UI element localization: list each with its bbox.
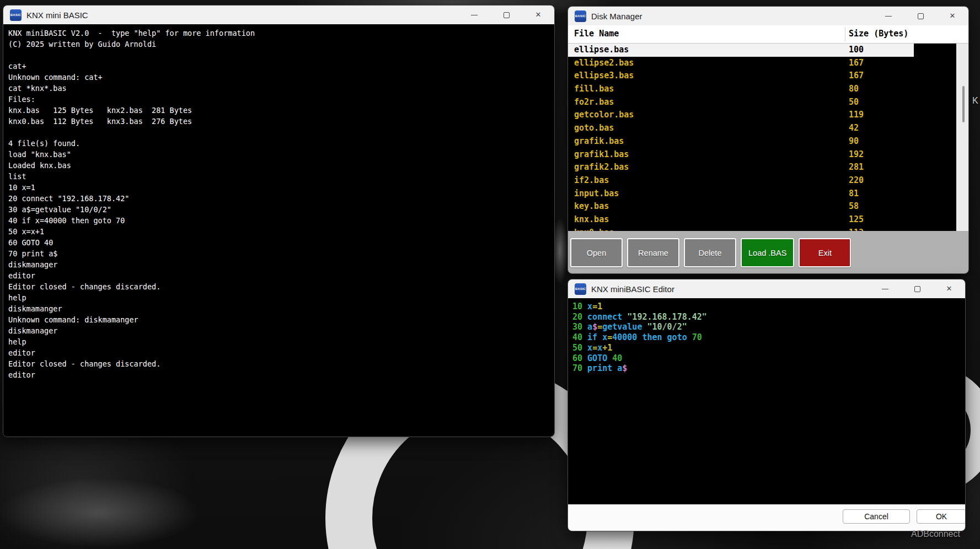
file-row[interactable]: knx0.bas112 [568,227,968,231]
terminal-line: help [8,336,549,347]
ok-button[interactable]: OK [917,509,966,524]
file-row[interactable]: fo2r.bas50 [568,96,968,109]
terminal-line: editor [8,347,549,358]
terminal-titlebar[interactable]: BASIC KNX mini BASIC ✕ [3,6,554,24]
basic-app-icon: BASIC [10,9,22,21]
cancel-button[interactable]: Cancel [843,509,910,524]
exit-button[interactable]: Exit [799,238,851,267]
terminal-line: editor [8,270,549,281]
code-line: 40 if x=40000 then goto 70 [572,332,961,343]
file-size: 167 [849,58,864,68]
minimize-button[interactable] [885,12,892,20]
file-row[interactable]: ellipse3.bas167 [568,69,968,83]
file-size: 90 [849,136,859,146]
terminal-line: Editor closed - changes discarded. [8,281,549,292]
file-row[interactable]: if2.bas220 [568,174,968,187]
terminal-line: 30 a$=getvalue "10/0/2" [8,204,549,215]
file-row[interactable]: fill.bas80 [568,83,968,96]
basic-app-icon: BASIC [575,283,586,295]
file-table-header: File Name Size (Bytes) [568,25,968,44]
column-header-file-name[interactable]: File Name [574,29,619,39]
minimize-button[interactable] [470,11,478,19]
file-row[interactable]: grafik.bas90 [568,135,968,148]
file-name: getcolor.bas [574,110,634,120]
scrollbar[interactable] [956,44,969,231]
file-size: 167 [849,71,864,80]
terminal-line: 70 print a$ [8,248,549,259]
file-name: fill.bas [574,84,614,94]
file-row[interactable]: input.bas81 [568,187,968,201]
terminal-line: help [8,292,549,303]
terminal-window-title: KNX mini BASIC [26,10,88,20]
file-row[interactable]: grafik1.bas192 [568,148,968,162]
delete-button[interactable]: Delete [684,238,736,267]
terminal-line: diskmanager [8,325,549,336]
file-name: ellipse.bas [574,45,629,55]
file-row[interactable]: ellipse2.bas167 [568,57,968,70]
code-lines[interactable]: 10 x=120 connect "192.168.178.42"30 a$=g… [568,298,965,504]
code-line: 30 a$=getvalue "10/0/2" [572,322,961,332]
file-row[interactable]: goto.bas42 [568,122,968,135]
file-size: 192 [849,149,864,159]
terminal-line: editor [8,369,549,380]
terminal-line: Editor closed - changes discarded. [8,358,549,369]
close-button[interactable]: ✕ [949,12,956,20]
terminal-line: Unknown command: diskmamanger [8,314,549,325]
terminal-line: knx.bas 125 Bytes knx2.bas 281 Bytes [8,105,549,116]
maximize-button[interactable] [917,12,924,20]
file-size: 81 [849,189,859,198]
editor-footer: Cancel OK [568,504,965,531]
file-size: 58 [849,201,859,211]
editor-window-title: KNX miniBASIC Editor [591,284,674,294]
close-button[interactable]: ✕ [534,11,542,19]
code-line: 70 print a$ [572,363,961,374]
file-size: 119 [849,110,864,120]
dm-buttons: OpenRenameDeleteLoad .BASExit [568,231,968,274]
terminal-line: 20 connect "192.168.178.42" [8,193,549,204]
terminal-line: 50 x=x+1 [8,226,549,237]
basic-app-icon: BASIC [575,10,586,22]
desktop-background: K ADBconnect BASIC KNX mini BASIC ✕ KNX … [0,0,980,549]
desktop-icon-label-adbconnect[interactable]: ADBconnect [911,529,960,539]
disk-manager-titlebar[interactable]: BASIC Disk Manager ✕ [568,7,968,25]
file-name: grafik2.bas [574,162,629,172]
terminal-line: (C) 2025 written by Guido Arnoldi [8,39,549,50]
file-name: key.bas [574,201,609,211]
code-line: 60 GOTO 40 [572,353,961,364]
scrollbar-thumb[interactable] [962,86,965,122]
file-list[interactable]: ellipse.bas100ellipse2.bas167ellipse3.ba… [568,44,968,231]
rename-button[interactable]: Rename [627,238,679,267]
terminal-line: 4 file(s) found. [8,138,549,149]
terminal-line [8,50,549,61]
file-row[interactable]: ellipse.bas100 [568,44,914,57]
terminal-line: cat *knx*.bas [8,83,549,94]
terminal-line: diskmanager [8,259,549,270]
terminal-output[interactable]: KNX miniBASIC V2.0 - type "help" for mor… [3,24,554,437]
maximize-button[interactable] [913,285,921,293]
file-name: ellipse3.bas [574,71,634,80]
code-line: 20 connect "192.168.178.42" [572,312,961,322]
file-row[interactable]: key.bas58 [568,200,968,213]
file-name: goto.bas [574,123,614,133]
file-name: fo2r.bas [574,97,614,107]
column-header-size[interactable]: Size (Bytes) [849,29,908,39]
file-size: 80 [849,84,859,94]
desktop-icon-label-k[interactable]: K [972,96,978,106]
file-name: grafik1.bas [574,149,629,159]
file-name: grafik.bas [574,136,624,146]
open-button[interactable]: Open [570,238,623,267]
file-row[interactable]: getcolor.bas119 [568,109,968,122]
editor-window: BASIC KNX miniBASIC Editor ✕ 10 x=120 co… [567,279,966,531]
terminal-line: Unknown command: cat+ [8,72,549,83]
disk-manager-window-title: Disk Manager [591,12,642,21]
terminal-line: KNX miniBASIC V2.0 - type "help" for mor… [8,28,549,39]
file-row[interactable]: knx.bas125 [568,213,968,227]
file-size: 100 [849,45,864,55]
maximize-button[interactable] [502,11,510,19]
minimize-button[interactable] [881,285,889,293]
editor-titlebar[interactable]: BASIC KNX miniBASIC Editor ✕ [568,279,965,298]
load-bas-button[interactable]: Load .BAS [741,238,794,267]
terminal-line: 60 GOTO 40 [8,237,549,248]
file-row[interactable]: grafik2.bas281 [568,161,968,174]
close-button[interactable]: ✕ [945,285,953,293]
